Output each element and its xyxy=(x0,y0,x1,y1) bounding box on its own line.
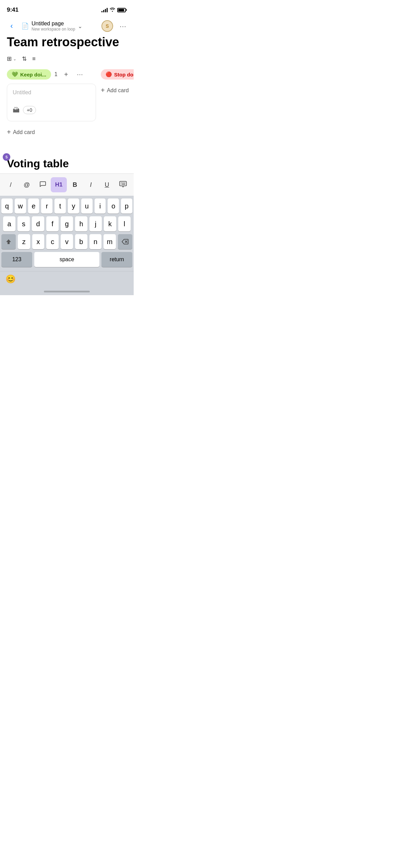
keyboard-dismiss-button[interactable] xyxy=(115,177,131,192)
key-g[interactable]: g xyxy=(61,216,73,231)
key-j[interactable]: j xyxy=(89,216,102,231)
return-key[interactable]: return xyxy=(101,252,132,267)
key-f[interactable]: f xyxy=(46,216,59,231)
add-card-label-keep: Add card xyxy=(13,129,35,135)
back-button[interactable]: ‹ xyxy=(5,20,18,32)
column-tag-stop[interactable]: 🔴 Stop doin xyxy=(101,69,134,80)
formatting-toolbar: / @ H1 B I U xyxy=(0,173,134,196)
comment-button[interactable] xyxy=(35,177,51,192)
key-d[interactable]: d xyxy=(32,216,44,231)
section-title: Voting table xyxy=(7,157,69,170)
view-chevron-icon: ⌄ xyxy=(13,57,16,61)
column-header-stop: 🔴 Stop doin xyxy=(101,69,134,80)
space-key[interactable]: space xyxy=(34,252,99,267)
key-m[interactable]: m xyxy=(104,234,116,249)
keep-more-button[interactable]: ⋯ xyxy=(75,69,85,80)
nav-title-area[interactable]: 📄 Untitled page New workspace on loop ⌄ xyxy=(21,21,98,32)
home-bar xyxy=(44,291,90,292)
wifi-icon xyxy=(110,8,115,13)
signal-icon xyxy=(101,8,108,12)
columns-container: 💚 Keep doi... 1 + ⋯ Untitled 🏔 +0 + Add … xyxy=(0,69,134,141)
home-indicator xyxy=(0,291,134,295)
card-avatar-icon: 🏔 xyxy=(13,106,20,114)
key-k[interactable]: k xyxy=(104,216,116,231)
slash-command-button[interactable]: / xyxy=(3,177,19,192)
key-s[interactable]: s xyxy=(17,216,30,231)
nav-dropdown-arrow-icon[interactable]: ⌄ xyxy=(78,23,82,29)
status-bar: 9:41 xyxy=(0,0,134,17)
key-q[interactable]: q xyxy=(1,198,13,214)
key-p[interactable]: p xyxy=(121,198,132,214)
mention-button[interactable]: @ xyxy=(19,177,35,192)
keyboard-icon xyxy=(119,181,127,189)
key-y[interactable]: y xyxy=(68,198,79,214)
keep-emoji: 💚 xyxy=(12,71,18,77)
key-l[interactable]: l xyxy=(118,216,131,231)
main-content: Team retrospective ⊞ ⌄ ⇅ ≡ 💚 Keep doi...… xyxy=(0,35,134,141)
key-z[interactable]: z xyxy=(18,234,30,249)
add-card-button-stop[interactable]: + Add card xyxy=(101,84,134,97)
filter-icon: ≡ xyxy=(32,56,36,62)
key-x[interactable]: x xyxy=(32,234,45,249)
keyboard-row-2: a s d f g h j k l xyxy=(1,216,132,231)
stop-emoji: 🔴 xyxy=(106,71,112,77)
column-tag-keep[interactable]: 💚 Keep doi... xyxy=(7,69,51,80)
keyboard-row-3: z x c v b n m xyxy=(1,234,132,249)
more-options-button[interactable]: ··· xyxy=(118,21,128,31)
grid-view-icon: ⊞ xyxy=(7,55,12,62)
key-i[interactable]: i xyxy=(95,198,106,214)
italic-button[interactable]: I xyxy=(83,177,99,192)
emoji-button[interactable]: 😊 xyxy=(5,274,16,284)
back-chevron-icon: ‹ xyxy=(10,22,13,31)
key-v[interactable]: v xyxy=(61,234,73,249)
key-b[interactable]: b xyxy=(75,234,87,249)
nav-bar: ‹ 📄 Untitled page New workspace on loop … xyxy=(0,17,134,35)
comment-icon xyxy=(39,180,47,190)
shift-key[interactable] xyxy=(1,234,16,249)
keep-count: 1 xyxy=(54,71,58,77)
sort-button[interactable]: ⇅ xyxy=(22,55,27,62)
nav-title-text-group: Untitled page New workspace on loop xyxy=(32,21,75,32)
italic-label: I xyxy=(90,181,92,189)
avatar[interactable]: S xyxy=(101,20,113,32)
sort-icon: ⇅ xyxy=(22,55,27,62)
key-t[interactable]: t xyxy=(54,198,66,214)
keep-add-button[interactable]: + xyxy=(61,69,71,80)
page-title: Team retrospective xyxy=(7,35,127,49)
h1-label: H1 xyxy=(55,181,63,188)
column-header-keep: 💚 Keep doi... 1 + ⋯ xyxy=(7,69,96,80)
card-footer: 🏔 +0 xyxy=(13,106,90,114)
page-document-icon: 📄 xyxy=(21,22,29,30)
filter-button[interactable]: ≡ xyxy=(32,56,36,62)
add-card-button-keep[interactable]: + Add card xyxy=(7,125,96,139)
underline-button[interactable]: U xyxy=(99,177,115,192)
key-h[interactable]: h xyxy=(75,216,87,231)
keyboard-row-4: 123 space return xyxy=(1,252,132,267)
status-time: 9:41 xyxy=(7,7,19,13)
section-title-wrapper: S Voting table xyxy=(7,151,69,170)
key-o[interactable]: o xyxy=(108,198,119,214)
backspace-key[interactable] xyxy=(118,234,132,249)
keyboard[interactable]: q w e r t y u i o p a s d f g h j k l z … xyxy=(0,196,134,271)
key-u[interactable]: u xyxy=(81,198,93,214)
add-card-plus-icon: + xyxy=(7,128,11,136)
key-e[interactable]: e xyxy=(28,198,39,214)
card-item[interactable]: Untitled 🏔 +0 xyxy=(7,84,96,121)
key-n[interactable]: n xyxy=(89,234,102,249)
bold-label: B xyxy=(73,181,77,189)
bold-button[interactable]: B xyxy=(67,177,83,192)
key-c[interactable]: c xyxy=(46,234,59,249)
numbers-key[interactable]: 123 xyxy=(1,252,32,267)
card-vote-button[interactable]: +0 xyxy=(23,106,36,114)
column-keep-doing: 💚 Keep doi... 1 + ⋯ Untitled 🏔 +0 + Add … xyxy=(7,69,96,141)
toolbar-row: ⊞ ⌄ ⇅ ≡ xyxy=(7,55,127,62)
key-r[interactable]: r xyxy=(41,198,52,214)
key-w[interactable]: w xyxy=(15,198,26,214)
h1-button[interactable]: H1 xyxy=(51,177,67,192)
svg-rect-0 xyxy=(120,181,126,186)
keep-label: Keep doi... xyxy=(20,72,46,77)
emoji-bar: 😊 xyxy=(0,271,134,291)
view-button[interactable]: ⊞ ⌄ xyxy=(7,55,16,62)
key-a[interactable]: a xyxy=(3,216,15,231)
add-card-label-stop: Add card xyxy=(107,87,129,94)
